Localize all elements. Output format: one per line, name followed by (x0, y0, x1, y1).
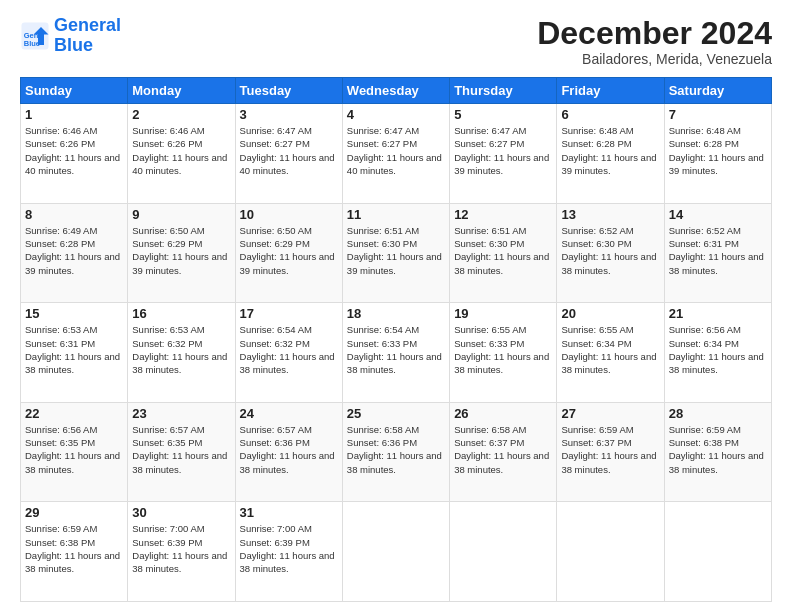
sunrise-label: Sunrise: 6:55 AM (454, 324, 526, 335)
calendar-cell: 20 Sunrise: 6:55 AM Sunset: 6:34 PM Dayl… (557, 303, 664, 403)
day-header-monday: Monday (128, 78, 235, 104)
calendar-week-4: 22 Sunrise: 6:56 AM Sunset: 6:35 PM Dayl… (21, 402, 772, 502)
daylight-label: Daylight: 11 hours and 38 minutes. (347, 450, 442, 474)
sunset-label: Sunset: 6:36 PM (240, 437, 310, 448)
sunset-label: Sunset: 6:28 PM (669, 138, 739, 149)
daylight-label: Daylight: 11 hours and 38 minutes. (561, 450, 656, 474)
sunset-label: Sunset: 6:30 PM (561, 238, 631, 249)
sunrise-label: Sunrise: 6:59 AM (669, 424, 741, 435)
sunrise-label: Sunrise: 6:50 AM (132, 225, 204, 236)
day-info: Sunrise: 6:53 AM Sunset: 6:32 PM Dayligh… (132, 323, 230, 376)
calendar-cell (664, 502, 771, 602)
day-number: 9 (132, 207, 230, 222)
day-number: 13 (561, 207, 659, 222)
calendar-cell: 7 Sunrise: 6:48 AM Sunset: 6:28 PM Dayli… (664, 104, 771, 204)
day-info: Sunrise: 6:50 AM Sunset: 6:29 PM Dayligh… (240, 224, 338, 277)
sunset-label: Sunset: 6:37 PM (561, 437, 631, 448)
calendar-cell: 25 Sunrise: 6:58 AM Sunset: 6:36 PM Dayl… (342, 402, 449, 502)
day-header-tuesday: Tuesday (235, 78, 342, 104)
sunset-label: Sunset: 6:27 PM (347, 138, 417, 149)
daylight-label: Daylight: 11 hours and 38 minutes. (561, 251, 656, 275)
daylight-label: Daylight: 11 hours and 40 minutes. (347, 152, 442, 176)
logo-text: General Blue (54, 16, 121, 56)
sunrise-label: Sunrise: 6:53 AM (25, 324, 97, 335)
day-number: 11 (347, 207, 445, 222)
sunset-label: Sunset: 6:30 PM (347, 238, 417, 249)
calendar-cell: 12 Sunrise: 6:51 AM Sunset: 6:30 PM Dayl… (450, 203, 557, 303)
day-number: 4 (347, 107, 445, 122)
day-info: Sunrise: 6:55 AM Sunset: 6:34 PM Dayligh… (561, 323, 659, 376)
header: Gen Blue General Blue December 2024 Bail… (20, 16, 772, 67)
day-info: Sunrise: 6:56 AM Sunset: 6:35 PM Dayligh… (25, 423, 123, 476)
day-number: 28 (669, 406, 767, 421)
sunset-label: Sunset: 6:33 PM (454, 338, 524, 349)
calendar-cell: 31 Sunrise: 7:00 AM Sunset: 6:39 PM Dayl… (235, 502, 342, 602)
sunset-label: Sunset: 6:34 PM (561, 338, 631, 349)
title-block: December 2024 Bailadores, Merida, Venezu… (537, 16, 772, 67)
calendar-cell: 11 Sunrise: 6:51 AM Sunset: 6:30 PM Dayl… (342, 203, 449, 303)
day-number: 22 (25, 406, 123, 421)
daylight-label: Daylight: 11 hours and 38 minutes. (132, 351, 227, 375)
svg-text:Blue: Blue (24, 39, 40, 48)
day-info: Sunrise: 6:49 AM Sunset: 6:28 PM Dayligh… (25, 224, 123, 277)
sunset-label: Sunset: 6:31 PM (25, 338, 95, 349)
sunset-label: Sunset: 6:33 PM (347, 338, 417, 349)
calendar-cell: 24 Sunrise: 6:57 AM Sunset: 6:36 PM Dayl… (235, 402, 342, 502)
calendar-week-3: 15 Sunrise: 6:53 AM Sunset: 6:31 PM Dayl… (21, 303, 772, 403)
daylight-label: Daylight: 11 hours and 38 minutes. (25, 550, 120, 574)
calendar-cell: 23 Sunrise: 6:57 AM Sunset: 6:35 PM Dayl… (128, 402, 235, 502)
sunset-label: Sunset: 6:29 PM (132, 238, 202, 249)
sunset-label: Sunset: 6:32 PM (240, 338, 310, 349)
day-number: 29 (25, 505, 123, 520)
calendar-cell (450, 502, 557, 602)
calendar-cell: 9 Sunrise: 6:50 AM Sunset: 6:29 PM Dayli… (128, 203, 235, 303)
day-number: 27 (561, 406, 659, 421)
day-number: 20 (561, 306, 659, 321)
calendar-cell: 27 Sunrise: 6:59 AM Sunset: 6:37 PM Dayl… (557, 402, 664, 502)
daylight-label: Daylight: 11 hours and 38 minutes. (132, 550, 227, 574)
calendar-cell: 10 Sunrise: 6:50 AM Sunset: 6:29 PM Dayl… (235, 203, 342, 303)
day-info: Sunrise: 6:55 AM Sunset: 6:33 PM Dayligh… (454, 323, 552, 376)
daylight-label: Daylight: 11 hours and 38 minutes. (669, 251, 764, 275)
daylight-label: Daylight: 11 hours and 39 minutes. (25, 251, 120, 275)
day-number: 2 (132, 107, 230, 122)
sunrise-label: Sunrise: 6:57 AM (240, 424, 312, 435)
day-info: Sunrise: 6:46 AM Sunset: 6:26 PM Dayligh… (132, 124, 230, 177)
sunrise-label: Sunrise: 6:48 AM (669, 125, 741, 136)
calendar-week-2: 8 Sunrise: 6:49 AM Sunset: 6:28 PM Dayli… (21, 203, 772, 303)
day-info: Sunrise: 6:53 AM Sunset: 6:31 PM Dayligh… (25, 323, 123, 376)
day-info: Sunrise: 6:48 AM Sunset: 6:28 PM Dayligh… (669, 124, 767, 177)
page: Gen Blue General Blue December 2024 Bail… (0, 0, 792, 612)
sunset-label: Sunset: 6:29 PM (240, 238, 310, 249)
calendar-cell: 16 Sunrise: 6:53 AM Sunset: 6:32 PM Dayl… (128, 303, 235, 403)
daylight-label: Daylight: 11 hours and 38 minutes. (669, 351, 764, 375)
sunrise-label: Sunrise: 6:51 AM (347, 225, 419, 236)
sunrise-label: Sunrise: 7:00 AM (240, 523, 312, 534)
day-info: Sunrise: 6:52 AM Sunset: 6:30 PM Dayligh… (561, 224, 659, 277)
sunrise-label: Sunrise: 6:54 AM (240, 324, 312, 335)
calendar-cell (557, 502, 664, 602)
sunset-label: Sunset: 6:31 PM (669, 238, 739, 249)
sunrise-label: Sunrise: 6:50 AM (240, 225, 312, 236)
day-info: Sunrise: 6:52 AM Sunset: 6:31 PM Dayligh… (669, 224, 767, 277)
day-info: Sunrise: 6:57 AM Sunset: 6:36 PM Dayligh… (240, 423, 338, 476)
calendar-cell: 28 Sunrise: 6:59 AM Sunset: 6:38 PM Dayl… (664, 402, 771, 502)
day-number: 3 (240, 107, 338, 122)
day-info: Sunrise: 6:47 AM Sunset: 6:27 PM Dayligh… (347, 124, 445, 177)
day-number: 23 (132, 406, 230, 421)
sunrise-label: Sunrise: 6:49 AM (25, 225, 97, 236)
daylight-label: Daylight: 11 hours and 38 minutes. (561, 351, 656, 375)
calendar-cell (342, 502, 449, 602)
location: Bailadores, Merida, Venezuela (537, 51, 772, 67)
sunset-label: Sunset: 6:35 PM (25, 437, 95, 448)
day-number: 10 (240, 207, 338, 222)
day-number: 18 (347, 306, 445, 321)
day-info: Sunrise: 6:47 AM Sunset: 6:27 PM Dayligh… (454, 124, 552, 177)
calendar-cell: 14 Sunrise: 6:52 AM Sunset: 6:31 PM Dayl… (664, 203, 771, 303)
daylight-label: Daylight: 11 hours and 38 minutes. (25, 351, 120, 375)
daylight-label: Daylight: 11 hours and 39 minutes. (454, 152, 549, 176)
day-info: Sunrise: 6:58 AM Sunset: 6:37 PM Dayligh… (454, 423, 552, 476)
calendar-cell: 18 Sunrise: 6:54 AM Sunset: 6:33 PM Dayl… (342, 303, 449, 403)
calendar-table: SundayMondayTuesdayWednesdayThursdayFrid… (20, 77, 772, 602)
day-number: 30 (132, 505, 230, 520)
